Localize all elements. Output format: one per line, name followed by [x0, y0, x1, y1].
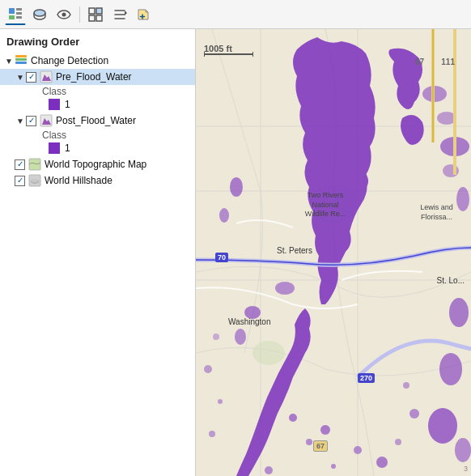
svg-point-32: [235, 329, 246, 345]
svg-rect-2: [9, 15, 15, 19]
svg-point-54: [213, 334, 219, 340]
svg-point-20: [32, 179, 38, 183]
world-topo-label: World Topographic Map: [45, 159, 146, 170]
svg-point-6: [62, 12, 66, 16]
feature-layer-icon2: [40, 114, 53, 127]
svg-point-43: [289, 414, 297, 422]
pre-flood-class-num: 1: [65, 99, 70, 110]
svg-point-30: [219, 208, 229, 223]
group-layer-icon: [15, 54, 28, 67]
post-flood-class-header: Class: [0, 129, 195, 142]
svg-rect-3: [16, 12, 22, 15]
hillshade-icon: [28, 174, 41, 187]
world-topo-checkbox[interactable]: [15, 159, 25, 170]
main-content: Drawing Order ▼ Change Detection ▼: [0, 29, 471, 476]
add-data-button[interactable]: [134, 4, 155, 25]
post-flood-checkbox[interactable]: [26, 116, 36, 126]
svg-point-53: [204, 365, 212, 373]
svg-point-48: [395, 439, 401, 445]
list-by-drawing-order-button[interactable]: [5, 4, 26, 25]
toc-panel: Drawing Order ▼ Change Detection ▼: [0, 29, 196, 476]
svg-rect-12: [15, 62, 27, 64]
svg-point-29: [230, 177, 243, 197]
svg-point-42: [455, 438, 471, 462]
feature-layer-icon: [40, 70, 53, 83]
svg-rect-60: [204, 53, 252, 55]
expand-arrow3: ▼: [15, 115, 26, 126]
post-flood-class-num: 1: [65, 142, 70, 154]
pre-flood-color-box: [49, 99, 60, 110]
svg-rect-62: [252, 52, 253, 57]
pre-flood-class-label: Class: [42, 86, 66, 97]
svg-point-52: [218, 399, 223, 404]
svg-marker-11: [125, 11, 127, 15]
group-layer-label: Change Detection: [31, 55, 108, 66]
svg-rect-8: [96, 8, 102, 14]
svg-rect-10: [96, 15, 102, 21]
layer-world-topo[interactable]: ▶ World Topographic Map: [0, 156, 195, 172]
svg-point-40: [439, 353, 462, 385]
layer-pre-flood-water[interactable]: ▼ Pre_Flood_Water: [0, 69, 195, 85]
svg-point-49: [331, 464, 336, 469]
layer-tree: ▼ Change Detection ▼: [0, 53, 195, 195]
post-flood-color-box: [49, 142, 60, 154]
map-area[interactable]: 1005 ft 67 111 Two Rivers National Wildl…: [196, 29, 471, 476]
svg-rect-13: [15, 58, 27, 61]
svg-point-46: [354, 446, 362, 454]
layer-post-flood-water[interactable]: ▼ Post_Flood_Water: [0, 113, 195, 129]
svg-point-47: [376, 457, 388, 468]
svg-rect-4: [16, 16, 22, 19]
expand-arrow2: ▼: [15, 71, 26, 83]
pre-flood-label: Pre_Flood_Water: [56, 71, 132, 83]
svg-rect-14: [15, 55, 27, 57]
svg-point-51: [209, 431, 215, 437]
options-button[interactable]: [109, 4, 130, 25]
svg-point-55: [409, 409, 419, 419]
svg-point-41: [428, 408, 457, 444]
list-by-selection-button[interactable]: [85, 4, 106, 25]
post-flood-label: Post_Flood_Water: [56, 115, 136, 126]
world-hillshade-label: World Hillshade: [45, 175, 112, 186]
layer-world-hillshade[interactable]: ▶ World Hillshade: [0, 172, 195, 189]
svg-point-33: [275, 282, 295, 295]
world-hillshade-checkbox[interactable]: [15, 176, 25, 186]
panel-title: Drawing Order: [0, 29, 195, 53]
svg-rect-7: [89, 8, 95, 14]
list-by-visibility-button[interactable]: [53, 4, 74, 25]
pre-flood-checkbox[interactable]: [26, 72, 36, 83]
svg-point-44: [306, 439, 312, 445]
group-layer-change-detection[interactable]: ▼ Change Detection: [0, 53, 195, 69]
toolbar: [0, 0, 471, 29]
post-flood-class-label: Class: [42, 130, 66, 141]
svg-point-28: [252, 341, 285, 365]
svg-rect-0: [9, 8, 15, 14]
svg-point-39: [449, 298, 469, 327]
no-arrow2: ▶: [3, 175, 15, 186]
svg-point-31: [244, 306, 261, 319]
svg-point-38: [456, 187, 469, 211]
post-flood-class-symbol: 1: [0, 142, 195, 156]
list-by-source-button[interactable]: [29, 4, 50, 25]
svg-point-45: [320, 425, 330, 435]
svg-rect-1: [16, 8, 22, 11]
map-svg: [196, 29, 471, 476]
svg-point-50: [265, 466, 273, 474]
svg-point-5: [34, 10, 45, 16]
svg-rect-9: [89, 15, 95, 21]
basemap-icon: [28, 158, 41, 171]
svg-rect-61: [204, 52, 205, 57]
no-arrow: ▶: [3, 159, 15, 170]
svg-rect-17: [29, 159, 40, 170]
pre-flood-class-symbol: 1: [0, 98, 195, 113]
expand-arrow: ▼: [3, 55, 15, 66]
pre-flood-class-header: Class: [0, 85, 195, 98]
svg-point-56: [403, 382, 409, 389]
